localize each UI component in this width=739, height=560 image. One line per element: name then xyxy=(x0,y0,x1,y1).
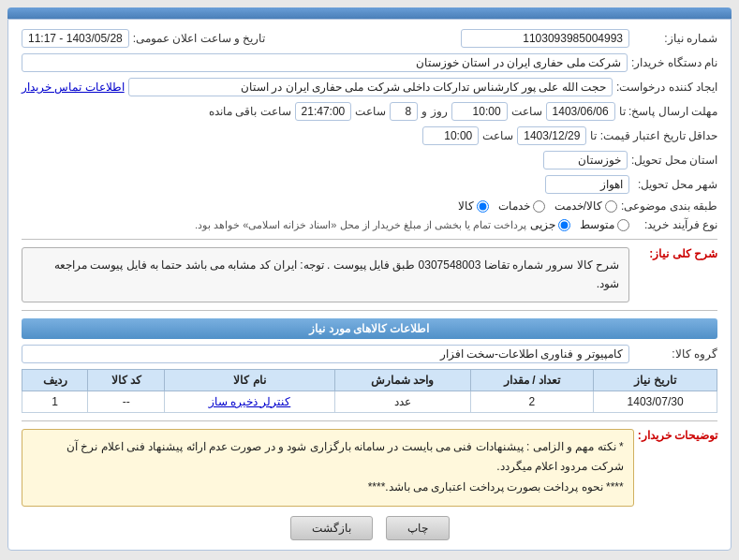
saat-label: ساعت xyxy=(511,105,542,118)
date2-value: 1403/12/29 xyxy=(517,126,586,145)
col-tedad: تعداد / مقدار xyxy=(470,369,594,391)
sharh-koli-value: شرح کالا سرور شماره تقاضا 0307548003 طبق… xyxy=(22,247,629,302)
table-header-row: تاریخ نیاز تعداد / مقدار واحد شمارش نام … xyxy=(22,369,717,391)
cell-tarikh-niaz: 1403/07/30 xyxy=(594,391,717,412)
main-box: شماره نیاز: 1103093985004993 تاریخ و ساع… xyxy=(7,19,732,551)
divider3 xyxy=(22,420,717,421)
table-row: 1403/07/30 2 عدد کنترلر ذخیره ساز -- 1 xyxy=(22,391,717,412)
col-vahed: واحد شمارش xyxy=(334,369,470,391)
shomara-niaz-value: 1103093985004993 xyxy=(461,29,629,48)
buyer-note-label: توضیحات خریدار: xyxy=(638,429,717,442)
cell-kod-kala: -- xyxy=(88,391,165,412)
time2-value: 21:47:00 xyxy=(295,102,352,121)
row-sharh-koli: شرح کلی نیاز: شرح کالا سرور شماره تقاضا … xyxy=(22,247,717,302)
row-mohlat: مهلت ارسال پاسخ: تا 1403/06/06 ساعت 10:0… xyxy=(22,102,717,121)
farayand-note: پرداخت تمام یا بخشی از مبلغ خریدار از مح… xyxy=(22,219,526,231)
cell-tedad: 2 xyxy=(470,391,594,412)
col-radif: ردیف xyxy=(22,369,88,391)
radio-jozi[interactable] xyxy=(558,219,570,231)
btn-chap[interactable]: چاپ xyxy=(386,516,450,540)
row-shahr: شهر محل تحویل: اهواز xyxy=(22,175,717,194)
nooe-farayand-label: نوع فرآیند خرید: xyxy=(633,218,717,231)
radio-motavaset[interactable] xyxy=(617,219,629,231)
radio-kala-khadamat-label: کالا/خدمت xyxy=(554,199,602,213)
kala-table: تاریخ نیاز تعداد / مقدار واحد شمارش نام … xyxy=(22,369,717,413)
btn-bazgasht[interactable]: بازگشت xyxy=(290,516,373,540)
radio-jozi-item[interactable]: جزیی xyxy=(530,218,570,231)
col-nam-kala: نام کالا xyxy=(165,369,335,391)
shahr-label: شهر محل تحویل: xyxy=(633,178,717,191)
time1-value: 10:00 xyxy=(451,102,508,121)
ijad-value: حجت الله علی پور کارشناس تدارکات داخلی ش… xyxy=(128,78,613,96)
mande-label: ساعت باقی مانده xyxy=(209,105,291,118)
row-buyer-note: توضیحات خریدار: * نکته مهم و الزامی : پی… xyxy=(22,429,717,507)
ostan-label: استان محل تحویل: xyxy=(631,154,717,167)
sharh-koli-label: شرح کلی نیاز: xyxy=(633,247,717,260)
row-ostan: استان محل تحویل: خوزستان xyxy=(22,151,717,169)
farayand-radio-group: متوسط جزیی xyxy=(530,218,629,231)
radio-kala-khadamat[interactable] xyxy=(605,200,617,213)
row-jadal: حداقل تاریخ اعتبار قیمت: تا 1403/12/29 س… xyxy=(22,126,717,145)
shomara-niaz-label: شماره نیاز: xyxy=(633,32,717,45)
saat2-label: ساعت xyxy=(355,105,386,118)
radio-khadamat-item[interactable]: خدمات xyxy=(498,199,545,213)
radio-kala-item[interactable]: کالا xyxy=(458,199,489,213)
cell-radif: 1 xyxy=(22,391,88,412)
time3-value: 10:00 xyxy=(422,126,479,145)
date1-value: 1403/06/06 xyxy=(546,102,615,121)
buyer-note-text: * نکته مهم و الزامی : پیشنهادات فنی می ب… xyxy=(22,429,634,507)
rooz-label: روز و xyxy=(421,105,447,118)
saat3-label: ساعت xyxy=(482,129,513,142)
row-nam-dastgah: نام دستگاه خریدار: شرکت ملی حفاری ایران … xyxy=(22,53,717,72)
row-shomara: شماره نیاز: 1103093985004993 تاریخ و ساع… xyxy=(22,29,717,48)
nam-dastgah-label: نام دستگاه خریدار: xyxy=(631,56,717,69)
mohlat-label: مهلت ارسال پاسخ: تا xyxy=(619,105,717,118)
gorooh-value: کامپیوتر و فناوری اطلاعات-سخت افزار xyxy=(22,345,629,363)
btn-row: چاپ بازگشت xyxy=(22,516,717,540)
cell-nam-kala[interactable]: کنترلر ذخیره ساز xyxy=(165,391,335,412)
radio-kala-khadamat-item[interactable]: کالا/خدمت xyxy=(554,199,617,213)
shahr-value: اهواز xyxy=(545,175,629,194)
radio-khadamat[interactable] xyxy=(533,200,545,213)
radio-jozi-label: جزیی xyxy=(530,218,555,231)
ettelaat-header: اطلاعات کالاهای مورد نیاز xyxy=(22,318,717,339)
row-ijad: ایجاد کننده درخواست: حجت الله علی پور کا… xyxy=(22,78,717,96)
row-gorooh: گروه کالا: کامپیوتر و فناوری اطلاعات-سخت… xyxy=(22,345,717,363)
tamas-link[interactable]: اطلاعات تماس خریدار xyxy=(22,81,125,94)
divider2 xyxy=(22,310,717,311)
row-tabaqe: طبقه بندی موضوعی: کالا/خدمت خدمات کالا xyxy=(22,199,717,213)
main-title xyxy=(7,7,732,19)
row-nooe-farayand: نوع فرآیند خرید: متوسط جزیی پرداخت تمام … xyxy=(22,218,717,231)
page-wrapper: شماره نیاز: 1103093985004993 تاریخ و ساع… xyxy=(0,0,739,560)
tarikh-value: 1403/05/28 - 11:17 xyxy=(22,29,129,48)
divider1 xyxy=(22,239,717,240)
radio-motavaset-label: متوسط xyxy=(580,218,614,231)
cell-vahed: عدد xyxy=(334,391,470,412)
tarikh-label: تاریخ و ساعت اعلان عمومی: xyxy=(133,32,266,45)
nam-dastgah-value: شرکت ملی حفاری ایران در استان خوزستان xyxy=(22,53,628,72)
ostan-value: خوزستان xyxy=(543,151,628,169)
radio-khadamat-label: خدمات xyxy=(498,199,530,213)
jadal-label: حداقل تاریخ اعتبار قیمت: تا xyxy=(590,129,717,142)
gorooh-label: گروه کالا: xyxy=(633,347,717,361)
col-kod-kala: کد کالا xyxy=(88,369,165,391)
tabaqe-label: طبقه بندی موضوعی: xyxy=(621,199,717,213)
col-tarikh-niaz: تاریخ نیاز xyxy=(594,369,717,391)
ijad-label: ایجاد کننده درخواست: xyxy=(616,81,717,94)
radio-kala[interactable] xyxy=(477,200,489,213)
rooz-val: 8 xyxy=(390,102,418,121)
radio-kala-label: کالا xyxy=(458,199,474,213)
radio-motavaset-item[interactable]: متوسط xyxy=(580,218,629,231)
tabaqe-radio-group: کالا/خدمت خدمات کالا xyxy=(458,199,617,213)
